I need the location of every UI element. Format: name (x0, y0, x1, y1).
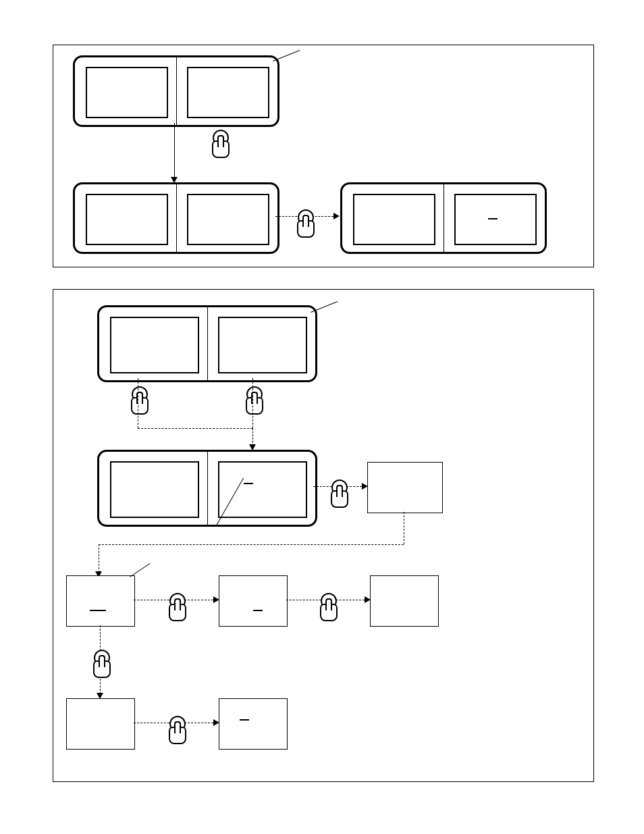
top-device-3 (340, 182, 547, 254)
bottom-return-v2 (99, 544, 99, 573)
top-flow1-press-icon (209, 130, 230, 162)
rowB-box-2 (219, 698, 288, 750)
bottom-to-box1-press-icon-finger (336, 485, 343, 497)
rowA-box-1-dash (90, 610, 106, 611)
top-device-2-screen-1 (187, 194, 269, 245)
top-device-1-divider (176, 57, 177, 125)
top-device-1-screen-0 (86, 67, 168, 118)
bottom-device-1-divider (207, 307, 208, 380)
rowAtoB-press-icon-finger (99, 655, 105, 667)
rowB-box-1 (66, 698, 135, 750)
top-flow1-line (174, 123, 175, 177)
bottom-device-1 (97, 305, 317, 382)
top-device-3-screen-1-dash (488, 218, 498, 219)
top-device-1 (73, 55, 279, 127)
bottom-return-v1 (404, 512, 404, 544)
top-device-1-screen-1 (187, 67, 269, 118)
bottom-device-1-screen-0 (110, 317, 199, 373)
bottom-merge-down (252, 428, 253, 446)
bottom-to-box1-press-icon (328, 479, 348, 512)
top-flow2-press-icon (294, 209, 315, 242)
bottom-merge-v-right (252, 378, 253, 428)
top-flow2-arrow (333, 213, 340, 219)
bottom-device-2-screen-0 (110, 461, 199, 518)
rowB-press-1-icon (166, 716, 186, 748)
rowAtoB-press-icon (90, 650, 111, 682)
rowA-press-1-icon-finger (174, 598, 181, 610)
rowA-box-2-dash (253, 610, 263, 611)
bottom-merge-v-left (138, 378, 138, 428)
rowA-press-2-icon (317, 593, 338, 625)
top-device-2-divider (176, 184, 177, 252)
bottom-press-left-icon (128, 386, 149, 419)
top-device-3-divider (444, 184, 444, 252)
top-flow1-press-icon-finger (217, 135, 224, 147)
bottom-device-2-screen-1-dash (244, 483, 253, 484)
bottom-device-2-divider (207, 452, 208, 525)
top-device-2 (73, 182, 279, 254)
bottom-device-2-screen-1 (218, 461, 307, 518)
bottom-press-right-icon (243, 386, 263, 419)
rowB-press-1-icon-finger (174, 721, 181, 733)
top-device-3-screen-0 (353, 194, 435, 245)
rowA-box-1 (66, 575, 135, 627)
bottom-merge-h (138, 428, 252, 429)
top-device-3-screen-1 (454, 194, 537, 245)
rowB-box-2-dash (240, 719, 249, 721)
bottom-box-1 (367, 462, 443, 513)
top-device-2-screen-0 (86, 194, 168, 245)
rowA-press-1-icon (166, 593, 186, 625)
rowA-box-2 (219, 575, 288, 627)
bottom-device-2 (97, 450, 317, 527)
top-flow2-press-icon-finger (302, 215, 309, 227)
bottom-return-h (99, 544, 404, 545)
rowA-box-3 (370, 575, 439, 627)
rowA-press-2-icon-finger (325, 598, 332, 610)
bottom-device-1-screen-1 (218, 317, 307, 373)
